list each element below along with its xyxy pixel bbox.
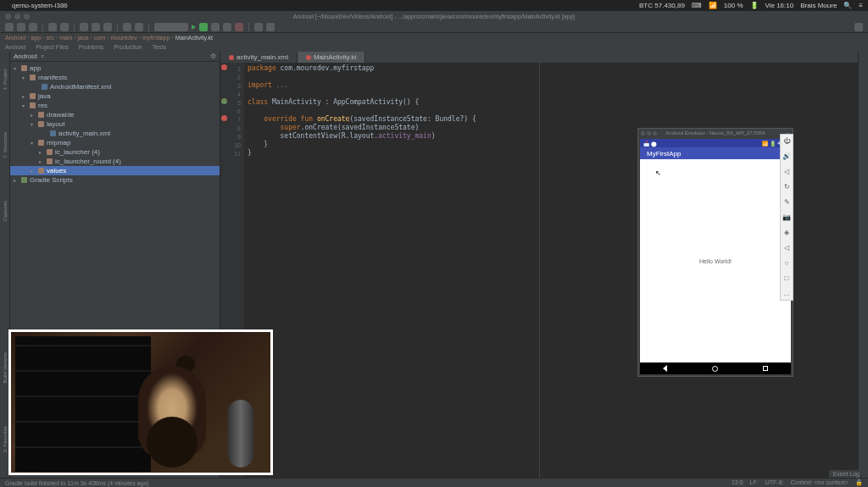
volume-up-icon[interactable]: 🔊 bbox=[783, 152, 791, 160]
maximize-icon[interactable] bbox=[24, 14, 30, 19]
tree-app[interactable]: ▾app bbox=[10, 64, 220, 73]
power-icon[interactable]: ⏻ bbox=[783, 137, 791, 145]
spotlight-icon[interactable]: 🔍 bbox=[843, 2, 852, 9]
emu-min-icon[interactable] bbox=[647, 131, 651, 136]
home-button[interactable] bbox=[712, 366, 718, 372]
crumb-3[interactable]: main bbox=[59, 35, 72, 41]
app-body[interactable]: ↖ Hello World! bbox=[640, 159, 791, 362]
zoom-icon[interactable]: ◈ bbox=[783, 229, 791, 236]
tree-gear-icon[interactable]: ⚙ bbox=[210, 53, 216, 60]
open-icon[interactable] bbox=[5, 23, 14, 31]
close-icon[interactable] bbox=[5, 14, 11, 19]
tw-tab-production[interactable]: Production bbox=[108, 44, 147, 50]
emu-home-icon[interactable]: ○ bbox=[783, 259, 791, 267]
minimize-icon[interactable] bbox=[14, 14, 20, 19]
app-name[interactable]: qemu-system-i386 bbox=[12, 2, 68, 9]
tree-manifest-file[interactable]: AndroidManifest.xml bbox=[10, 82, 220, 91]
tree-ic-launcher[interactable]: ▸ic_launcher (4) bbox=[10, 147, 220, 157]
tool-structure[interactable]: 7: Structure bbox=[3, 132, 8, 158]
config-dropdown[interactable] bbox=[154, 23, 188, 31]
code-editor[interactable]: package com.mouredev.myfirstapp import .… bbox=[244, 63, 539, 478]
tw-tab-tests[interactable]: Tests bbox=[147, 44, 171, 50]
tool-build-variants[interactable]: Build Variants bbox=[3, 352, 8, 384]
cut-icon[interactable] bbox=[80, 23, 88, 31]
tab-activity-main[interactable]: activity_main.xml bbox=[220, 52, 298, 63]
tree-gradle[interactable]: ▸Gradle Scripts bbox=[10, 175, 220, 185]
run-icon[interactable] bbox=[192, 25, 196, 30]
tree-res[interactable]: ▾res bbox=[10, 101, 220, 110]
back-button[interactable] bbox=[663, 365, 667, 372]
tree-layout[interactable]: ▾layout bbox=[10, 119, 220, 129]
undo-icon[interactable] bbox=[48, 23, 57, 31]
structure-icon[interactable] bbox=[254, 23, 263, 31]
tree-java[interactable]: ▸java bbox=[10, 91, 220, 101]
user-name[interactable]: Brais Moure bbox=[800, 2, 837, 9]
rotate-right-icon[interactable]: ✎ bbox=[783, 198, 791, 206]
save-icon[interactable] bbox=[17, 23, 25, 31]
tw-tab-android[interactable]: Android bbox=[0, 44, 31, 50]
sdk-icon[interactable] bbox=[135, 23, 143, 31]
tree-values[interactable]: ▸values bbox=[10, 166, 220, 175]
error-marker-icon[interactable] bbox=[221, 64, 227, 70]
clock[interactable]: Vie 16:10 bbox=[765, 2, 794, 9]
emu-recents-icon[interactable]: □ bbox=[783, 274, 791, 282]
screenshot-icon[interactable]: 📷 bbox=[783, 213, 791, 221]
emu-close-icon[interactable] bbox=[641, 131, 645, 136]
redo-icon[interactable] bbox=[60, 23, 69, 31]
line-sep[interactable]: LF: bbox=[750, 479, 759, 486]
tab-main-activity[interactable]: MainActivity.kt bbox=[298, 52, 366, 63]
caret-pos[interactable]: 13:0 bbox=[732, 479, 743, 486]
crumb-1[interactable]: app bbox=[31, 35, 41, 41]
paste-icon[interactable] bbox=[103, 23, 112, 31]
crumb-5[interactable]: com bbox=[94, 35, 105, 41]
app-bar: MyFirstApp bbox=[640, 147, 791, 159]
rotate-left-icon[interactable]: ↻ bbox=[783, 183, 791, 191]
tree-mipmap[interactable]: ▾mipmap bbox=[10, 138, 220, 147]
emu-back-icon[interactable]: ◁ bbox=[783, 244, 791, 252]
crumb-2[interactable]: src bbox=[47, 35, 54, 41]
error-marker-icon[interactable] bbox=[221, 115, 227, 121]
tw-tab-project[interactable]: Project Files bbox=[31, 44, 74, 50]
event-log-tab[interactable]: Event Log bbox=[829, 470, 863, 478]
context[interactable]: Context: <no context> bbox=[791, 479, 849, 486]
encoding[interactable]: UTF-8: bbox=[765, 479, 784, 486]
wifi-icon[interactable]: 📶 bbox=[709, 2, 717, 9]
sync-icon[interactable] bbox=[29, 23, 37, 31]
more-icon[interactable]: … bbox=[783, 290, 791, 297]
debug-icon[interactable] bbox=[199, 23, 208, 31]
recents-button[interactable] bbox=[763, 366, 768, 371]
tool-project[interactable]: 1: Project bbox=[3, 69, 8, 90]
attach-icon[interactable] bbox=[223, 23, 231, 31]
emu-max-icon[interactable] bbox=[653, 131, 657, 136]
emulator-window[interactable]: Android Emulator - Nexus_5X_API_27:5554 … bbox=[637, 128, 793, 377]
crumb-8[interactable]: MainActivity.kt bbox=[175, 35, 213, 41]
tw-tab-problems[interactable]: Problems bbox=[74, 44, 109, 50]
phone-status-bar: 📩 ⬤ 📶🔋4:10 bbox=[640, 139, 791, 147]
search-icon[interactable] bbox=[854, 23, 863, 31]
stop-icon[interactable] bbox=[235, 23, 243, 31]
volume-down-icon[interactable]: ◁ bbox=[783, 168, 791, 175]
override-marker-icon[interactable] bbox=[221, 98, 227, 104]
emulator-title-bar[interactable]: Android Emulator - Nexus_5X_API_27:5554 … bbox=[638, 129, 793, 137]
tree-title[interactable]: Android bbox=[14, 53, 37, 60]
menu-icon[interactable]: ≡ bbox=[859, 2, 863, 9]
tree-manifests[interactable]: ▾manifests bbox=[10, 73, 220, 82]
tool-favorites[interactable]: 2: Favorites bbox=[3, 426, 8, 452]
gradle-icon[interactable] bbox=[266, 23, 275, 31]
lock-icon[interactable]: 🔒 bbox=[855, 479, 863, 486]
profile-icon[interactable] bbox=[211, 23, 220, 31]
tool-window-tabs: Android Project Files Problems Productio… bbox=[0, 42, 868, 52]
crumb-6[interactable]: mouredev bbox=[111, 35, 137, 41]
crumb-0[interactable]: Android bbox=[5, 35, 25, 41]
crumb-7[interactable]: myfirstapp bbox=[142, 35, 170, 41]
tool-captures[interactable]: Captures bbox=[3, 201, 8, 221]
tree-activity-main[interactable]: activity_main.xml bbox=[10, 129, 220, 138]
avd-icon[interactable] bbox=[123, 23, 131, 31]
copy-icon[interactable] bbox=[92, 23, 100, 31]
crumb-4[interactable]: java bbox=[78, 35, 89, 41]
tree-ic-launcher-round[interactable]: ▸ic_launcher_round (4) bbox=[10, 157, 220, 166]
traffic-lights[interactable] bbox=[5, 14, 30, 19]
phone-screen[interactable]: 📩 ⬤ 📶🔋4:10 MyFirstApp ↖ Hello World! bbox=[640, 139, 791, 374]
keyboard-icon[interactable]: ⌨ bbox=[692, 2, 702, 9]
tree-drawable[interactable]: ▸drawable bbox=[10, 110, 220, 119]
